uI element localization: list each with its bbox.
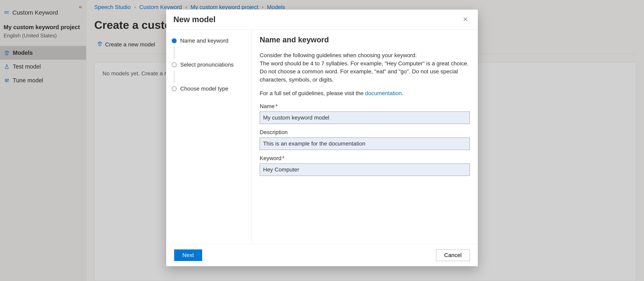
documentation-link[interactable]: documentation — [365, 90, 402, 96]
wizard-content-heading: Name and keyword — [260, 36, 470, 44]
keyword-label: Keyword* — [260, 155, 470, 161]
step-connector — [174, 70, 174, 83]
step-bullet-icon — [172, 86, 176, 91]
step-bullet-icon — [172, 62, 176, 67]
guidelines-body: The word should be 4 to 7 syllables. For… — [260, 60, 468, 83]
required-asterisk: * — [276, 103, 278, 109]
wizard-step-list: Name and keyword Select pronunciations C… — [166, 30, 252, 244]
dialog-title: New model — [174, 15, 216, 24]
name-label-text: Name — [260, 103, 275, 109]
wizard-content: Name and keyword Consider the following … — [252, 30, 478, 244]
keyword-label-text: Keyword — [260, 155, 282, 161]
wizard-step-label: Select pronunciations — [180, 62, 234, 68]
required-asterisk: * — [282, 155, 284, 161]
name-label: Name* — [260, 103, 470, 110]
wizard-step-name-keyword[interactable]: Name and keyword — [170, 36, 248, 45]
wizard-step-pronunciations[interactable]: Select pronunciations — [170, 60, 248, 69]
doc-sentence-prefix: For a full set of guidelines, please vis… — [260, 90, 365, 96]
modal-overlay: New model Name and keyword Select pronun… — [0, 0, 644, 281]
description-label: Description — [260, 129, 470, 136]
close-button[interactable] — [461, 15, 470, 24]
cancel-button[interactable]: Cancel — [436, 249, 470, 261]
description-input[interactable] — [260, 138, 470, 150]
doc-sentence-suffix: . — [402, 90, 403, 96]
new-model-dialog: New model Name and keyword Select pronun… — [166, 10, 478, 266]
step-connector — [174, 46, 174, 59]
next-button[interactable]: Next — [174, 249, 202, 261]
keyword-input[interactable] — [260, 163, 470, 176]
guidelines-intro: Consider the following guidelines when c… — [260, 52, 417, 58]
wizard-step-label: Choose model type — [180, 86, 228, 92]
name-input[interactable] — [260, 112, 470, 124]
wizard-step-label: Name and keyword — [180, 38, 228, 44]
step-bullet-icon — [172, 38, 176, 43]
wizard-step-model-type[interactable]: Choose model type — [170, 84, 248, 93]
